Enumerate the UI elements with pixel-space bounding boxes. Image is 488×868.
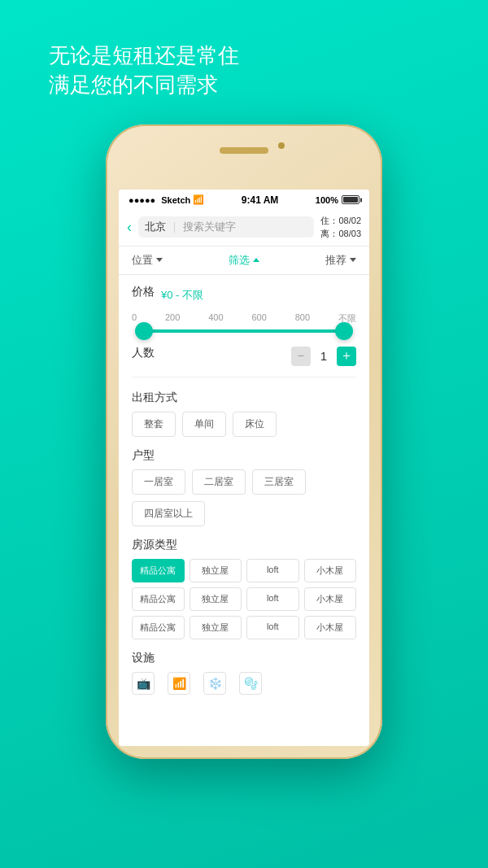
wifi-icon: 📶 xyxy=(193,194,204,205)
room-type-cabin-1[interactable]: 小木屋 xyxy=(304,559,357,582)
price-label-600: 600 xyxy=(251,312,266,325)
header-text: 无论是短租还是常住 满足您的不同需求 xyxy=(0,41,488,100)
checkout-label: 离：08/03 xyxy=(320,227,361,241)
price-section: 价格 ¥0 - 不限 0 200 400 600 800 不限 xyxy=(132,285,356,333)
battery-icon xyxy=(342,195,359,204)
room-type-loft-1[interactable]: loft xyxy=(246,559,299,582)
room-type-cabin-3[interactable]: 小木屋 xyxy=(304,616,357,639)
room-type-section: 房源类型 精品公寓 独立屋 loft 小木屋 精品公寓 独立屋 loft 小木屋 xyxy=(132,538,356,639)
room-layout-title: 户型 xyxy=(132,448,356,463)
price-slider-max-thumb[interactable] xyxy=(335,322,353,340)
filter-bar: 位置 筛选 推荐 xyxy=(119,246,369,275)
facility-washer[interactable]: 🫧 xyxy=(239,672,262,695)
room-type-boutique-3[interactable]: 精品公寓 xyxy=(132,616,185,639)
search-divider: ｜ xyxy=(169,220,180,234)
position-arrow-icon xyxy=(156,258,163,262)
facilities-row: 📺 📶 ❄️ 🫧 xyxy=(132,672,356,695)
rental-type-section: 出租方式 整套 单间 床位 xyxy=(132,390,356,437)
search-input[interactable]: 北京 ｜ 搜索关键字 xyxy=(138,216,314,238)
rental-type-full[interactable]: 整套 xyxy=(132,412,176,437)
count-display: 1 xyxy=(320,349,327,363)
facility-wifi[interactable]: 📶 xyxy=(168,672,190,695)
filter-main[interactable]: 筛选 xyxy=(229,253,259,268)
facility-tv[interactable]: 📺 xyxy=(132,672,155,695)
checkin-label: 住：08/02 xyxy=(320,214,361,228)
layout-2room[interactable]: 二居室 xyxy=(192,469,246,495)
layout-3room[interactable]: 三居室 xyxy=(252,469,306,495)
room-layout-section: 户型 一居室 二居室 三居室 四居室以上 xyxy=(132,448,356,526)
signal-icon: ●●●●● xyxy=(129,195,155,205)
room-type-row-1: 精品公寓 独立屋 loft 小木屋 xyxy=(132,559,356,582)
ac-icon: ❄️ xyxy=(203,672,226,695)
room-type-house-1[interactable]: 独立屋 xyxy=(190,559,242,582)
phone-speaker xyxy=(220,147,268,154)
price-slider-fill xyxy=(138,329,350,333)
people-section: 人数 － 1 ＋ xyxy=(132,346,356,377)
position-label: 位置 xyxy=(132,253,153,268)
battery-percent: 100% xyxy=(316,195,338,205)
back-button[interactable]: ‹ xyxy=(127,219,132,236)
search-placeholder: 搜索关键字 xyxy=(183,220,236,234)
search-bar: ‹ 北京 ｜ 搜索关键字 住：08/02 离：08/03 xyxy=(119,209,369,246)
main-content: 价格 ¥0 - 不限 0 200 400 600 800 不限 xyxy=(119,275,369,746)
filter-position[interactable]: 位置 xyxy=(132,253,163,268)
room-type-boutique-2[interactable]: 精品公寓 xyxy=(132,587,185,611)
count-control: － 1 ＋ xyxy=(291,347,356,366)
status-left: ●●●●● Sketch 📶 xyxy=(129,194,204,205)
people-title: 人数 xyxy=(132,346,155,360)
phone-device: ●●●●● Sketch 📶 9:41 AM 100% ‹ 北京 ｜ 搜索关键字… xyxy=(106,124,382,759)
tv-icon: 📺 xyxy=(132,672,155,695)
header-line2: 满足您的不同需求 xyxy=(49,70,488,99)
price-label-0: 0 xyxy=(132,312,137,325)
layout-1room[interactable]: 一居室 xyxy=(132,469,185,495)
rental-type-bed[interactable]: 床位 xyxy=(233,412,277,437)
status-bar: ●●●●● Sketch 📶 9:41 AM 100% xyxy=(119,190,369,209)
count-minus-button[interactable]: － xyxy=(291,347,311,366)
room-type-loft-3[interactable]: loft xyxy=(246,616,299,639)
recommend-arrow-icon xyxy=(350,258,356,262)
price-title: 价格 xyxy=(132,285,155,299)
rental-type-title: 出租方式 xyxy=(132,390,356,405)
facilities-section: 设施 📺 📶 ❄️ 🫧 xyxy=(132,651,356,695)
price-slider-track[interactable] xyxy=(138,329,350,333)
carrier-label: Sketch xyxy=(161,195,190,205)
washer-icon: 🫧 xyxy=(239,672,262,695)
room-type-row-2: 精品公寓 独立屋 loft 小木屋 xyxy=(132,587,356,611)
facilities-title: 设施 xyxy=(132,651,356,665)
dates-area: 住：08/02 离：08/03 xyxy=(320,214,361,241)
price-label-800: 800 xyxy=(295,312,310,325)
header-line1: 无论是短租还是常住 xyxy=(49,41,488,70)
room-layout-options: 一居室 二居室 三居室 四居室以上 xyxy=(132,469,356,526)
price-label-400: 400 xyxy=(208,312,223,325)
search-location: 北京 xyxy=(145,220,166,234)
room-type-boutique-1[interactable]: 精品公寓 xyxy=(132,559,185,582)
room-type-house-2[interactable]: 独立屋 xyxy=(190,587,242,611)
room-type-row-3: 精品公寓 独立屋 loft 小木屋 xyxy=(132,616,356,639)
wifi-facility-icon: 📶 xyxy=(168,672,190,695)
rental-type-single[interactable]: 单间 xyxy=(182,412,226,437)
status-right: 100% xyxy=(316,195,359,205)
phone-camera xyxy=(278,142,285,149)
filter-arrow-icon xyxy=(253,258,259,262)
layout-4room[interactable]: 四居室以上 xyxy=(132,501,205,526)
price-slider-min-thumb[interactable] xyxy=(135,322,153,340)
room-type-cabin-2[interactable]: 小木屋 xyxy=(304,587,357,611)
filter-recommend[interactable]: 推荐 xyxy=(325,253,356,268)
room-type-title: 房源类型 xyxy=(132,538,356,552)
rental-type-options: 整套 单间 床位 xyxy=(132,412,356,437)
facility-ac[interactable]: ❄️ xyxy=(203,672,226,695)
room-type-loft-2[interactable]: loft xyxy=(246,587,299,611)
filter-label: 筛选 xyxy=(229,253,250,268)
recommend-label: 推荐 xyxy=(325,253,346,268)
price-labels: 0 200 400 600 800 不限 xyxy=(132,312,356,325)
phone-screen: ●●●●● Sketch 📶 9:41 AM 100% ‹ 北京 ｜ 搜索关键字… xyxy=(119,190,369,746)
count-plus-button[interactable]: ＋ xyxy=(337,347,356,366)
room-type-house-3[interactable]: 独立屋 xyxy=(190,616,242,639)
battery-fill xyxy=(343,197,358,203)
price-label-200: 200 xyxy=(165,312,180,325)
status-time: 9:41 AM xyxy=(242,194,279,206)
price-range: ¥0 - 不限 xyxy=(161,288,203,303)
